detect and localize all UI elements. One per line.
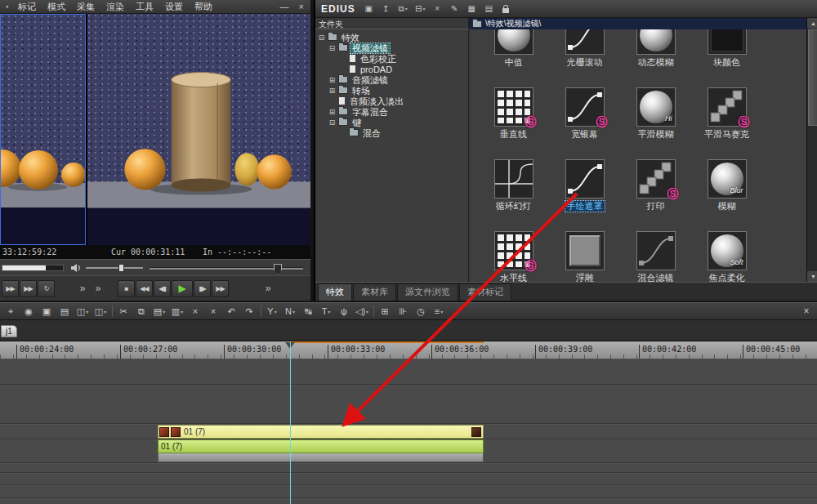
more-controls-left-button[interactable]: » (77, 280, 88, 297)
audio-clip[interactable]: 01 (7) (158, 439, 484, 453)
scroll-down-icon[interactable]: ▼ (807, 271, 817, 282)
tree-item-6[interactable]: ⊞转场 (315, 85, 468, 96)
sequence-tab[interactable]: j1 (1, 325, 17, 337)
title-icon[interactable]: T▾ (319, 304, 333, 319)
speaker-icon[interactable] (70, 263, 82, 273)
tab-source-browser[interactable]: 源文件浏览 (397, 283, 458, 301)
view-thumbnail-icon[interactable]: ▦ (465, 2, 479, 16)
export-icon[interactable]: ◫▾ (93, 304, 108, 319)
minimize-button[interactable]: — (280, 2, 289, 11)
loop-play-button[interactable]: ↻ (38, 280, 55, 297)
video-clip[interactable]: 01 (7) (158, 425, 484, 439)
effect-item-16[interactable]: Soft焦点柔化 (691, 231, 762, 282)
position-slider[interactable] (150, 267, 303, 270)
tree-item-8[interactable]: ⊞字幕混合 (315, 106, 468, 117)
effect-item-15[interactable]: 混合滤镜 (620, 231, 691, 282)
clip-progress-bar[interactable] (2, 265, 64, 271)
timeline-close-icon[interactable]: × (799, 306, 814, 317)
tree-expander-icon[interactable]: ⊞ (328, 76, 336, 84)
properties-icon[interactable]: ✎ (448, 2, 462, 16)
tree-expander-icon[interactable]: ⊟ (318, 33, 325, 42)
effect-item-9[interactable]: 循环幻灯 (478, 159, 549, 231)
menu-item-5[interactable]: 工具 (130, 1, 159, 13)
tree-item-1[interactable]: ⊟特效 (315, 32, 468, 42)
tab-bin[interactable]: 素材库 (353, 283, 396, 301)
tab-effects[interactable]: 特效 (318, 283, 352, 301)
tree-item-9[interactable]: ⊟键 (315, 117, 468, 127)
effect-item-6[interactable]: Ⓢ宽银幕 (549, 87, 620, 159)
more-controls-right-button[interactable]: » (262, 280, 274, 297)
bin-window-icon[interactable]: ▣ (362, 2, 376, 16)
tree-expander-icon[interactable]: ⊟ (328, 118, 336, 127)
effect-item-7[interactable]: Hi平滑模糊 (620, 87, 691, 159)
tree-expander-icon[interactable]: ⊞ (328, 108, 336, 116)
copy-icon[interactable]: ⧉ (134, 304, 149, 319)
save-project-icon[interactable]: ◫▾ (75, 304, 90, 319)
bin-list-icon[interactable]: ≡▾ (431, 304, 446, 319)
effect-item-8[interactable]: Ⓢ平滑马赛克 (691, 87, 762, 159)
duration-icon[interactable]: ◷ (413, 304, 428, 319)
redo-icon[interactable]: ↷ (242, 304, 257, 319)
scroll-thumb[interactable] (808, 29, 817, 126)
menu-item-4[interactable]: 渲染 (100, 1, 130, 13)
replace-icon[interactable]: ▥▾ (170, 304, 185, 319)
tree-expander-icon[interactable]: ⊟ (328, 44, 336, 52)
effect-item-5[interactable]: Ⓢ垂直线 (478, 87, 549, 159)
more-controls-mid-button[interactable]: » (92, 280, 104, 297)
position-slider-thumb[interactable] (274, 264, 282, 274)
timeline-tracks[interactable]: 01 (7) 01 (7) (0, 359, 817, 504)
view-detail-icon[interactable]: ▤ (482, 2, 496, 16)
close-button[interactable]: × (299, 2, 304, 11)
tree-item-2[interactable]: ⊟视频滤镜 (315, 42, 468, 53)
menu-item-6[interactable]: 设置 (159, 1, 189, 13)
previous-frame-button[interactable]: ◀▮ (154, 280, 171, 297)
capture-icon[interactable]: ◉ (21, 304, 36, 319)
tree-item-10[interactable]: 混合 (315, 127, 468, 138)
effect-item-12[interactable]: Blur模糊 (691, 159, 762, 231)
delete-icon[interactable]: × (431, 2, 444, 16)
timeline-ruler[interactable]: 00:00:24:0000:00:27:0000:00:30:0000:00:3… (0, 341, 817, 359)
left-monitor[interactable] (0, 14, 86, 245)
ripple-delete-icon[interactable]: × (206, 304, 221, 319)
cut-icon[interactable]: ✂ (116, 304, 131, 319)
effect-item-3[interactable]: 动态模糊 (620, 29, 691, 87)
sync-mode-icon[interactable]: ↹ (301, 304, 315, 319)
effect-item-4[interactable]: 块颜色 (691, 29, 762, 87)
volume-slider[interactable] (86, 267, 143, 269)
lock-icon[interactable] (499, 2, 513, 16)
select-icon[interactable]: ⌖ (3, 304, 18, 319)
undo-icon[interactable]: ↶ (224, 304, 239, 319)
tree-item-3[interactable]: 色彩校正 (315, 53, 468, 64)
right-monitor[interactable] (87, 14, 310, 245)
effect-item-14[interactable]: 浮雕 (549, 231, 620, 282)
stop-button[interactable]: ■ (118, 280, 135, 297)
play-button[interactable]: ▶ (172, 280, 193, 297)
effect-item-2[interactable]: 光栅滚动 (549, 29, 620, 87)
fast-forward-button[interactable]: ▶▶ (212, 280, 229, 297)
rewind-button[interactable]: ◀◀ (136, 280, 153, 297)
tree-expander-icon[interactable]: ⊞ (328, 87, 336, 95)
patch-video-icon[interactable]: Y▾ (265, 304, 279, 319)
effect-item-1[interactable]: 中值 (478, 29, 549, 87)
effect-item-11[interactable]: Ⓢ打印 (620, 159, 691, 231)
up-folder-icon[interactable]: ↥ (379, 2, 393, 16)
next-frame-button[interactable]: ▮▶ (194, 280, 211, 297)
tree-item-5[interactable]: ⊞音频滤镜 (315, 74, 468, 85)
tab-clip-marker[interactable]: 素材标记 (459, 283, 511, 301)
scroll-up-icon[interactable]: ▲ (807, 18, 817, 29)
volume-slider-thumb[interactable] (118, 264, 124, 272)
audio-waveform-area[interactable] (158, 453, 484, 462)
patch-audio-icon[interactable]: N▾ (283, 304, 297, 319)
paste-icon[interactable]: ▤▾ (152, 304, 167, 319)
play-around-button[interactable]: ▶▶ (2, 280, 19, 297)
effect-item-13[interactable]: Ⓢ水平线 (478, 231, 549, 282)
playhead-line[interactable] (290, 341, 291, 504)
voiceover-mic-icon[interactable]: ψ (337, 304, 351, 319)
tree-item-7[interactable]: 音频淡入淡出 (315, 96, 468, 106)
tree-item-4[interactable]: proDAD (315, 64, 468, 74)
menu-item-3[interactable]: 采集 (71, 1, 100, 13)
remove-icon[interactable]: ⊟▾ (413, 2, 427, 16)
shuttle-play-button[interactable]: ▶▶ (20, 280, 37, 297)
effect-item-10[interactable]: 手绘遮罩 (549, 159, 620, 231)
open-bin-icon[interactable]: ▤ (57, 304, 72, 319)
